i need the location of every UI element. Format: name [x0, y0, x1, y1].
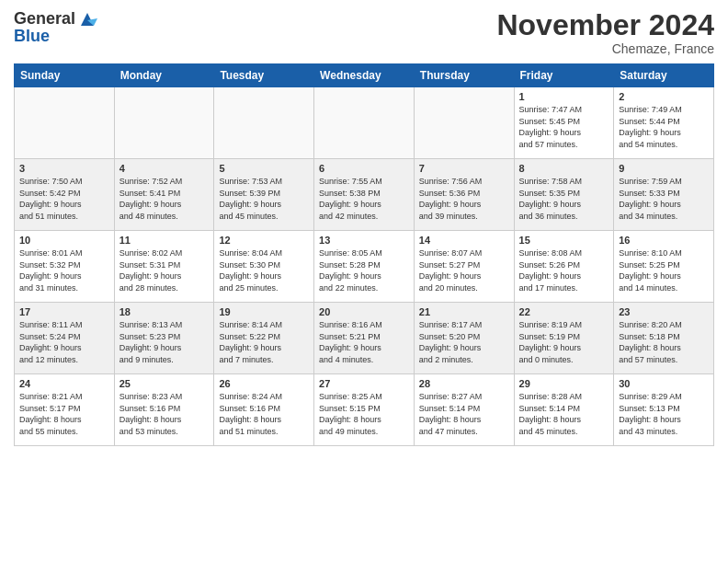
day-number: 20 [319, 306, 409, 317]
day-info: Sunrise: 8:24 AM Sunset: 5:16 PM Dayligh… [219, 391, 309, 437]
day-info: Sunrise: 8:17 AM Sunset: 5:20 PM Dayligh… [419, 319, 509, 365]
calendar-header-row: Sunday Monday Tuesday Wednesday Thursday… [15, 64, 714, 87]
day-number: 23 [619, 306, 709, 317]
location: Chemaze, France [496, 41, 714, 56]
col-friday: Friday [514, 64, 614, 87]
calendar-cell: 6Sunrise: 7:55 AM Sunset: 5:38 PM Daylig… [314, 159, 415, 231]
day-number: 13 [319, 235, 409, 246]
day-info: Sunrise: 7:49 AM Sunset: 5:44 PM Dayligh… [619, 104, 709, 150]
day-info: Sunrise: 8:27 AM Sunset: 5:14 PM Dayligh… [419, 391, 509, 437]
day-info: Sunrise: 8:10 AM Sunset: 5:25 PM Dayligh… [619, 247, 709, 293]
day-number: 8 [519, 163, 609, 174]
calendar-cell: 26Sunrise: 8:24 AM Sunset: 5:16 PM Dayli… [214, 374, 314, 446]
day-number: 6 [319, 163, 409, 174]
calendar-cell: 24Sunrise: 8:21 AM Sunset: 5:17 PM Dayli… [15, 374, 115, 446]
week-row-1: 1Sunrise: 7:47 AM Sunset: 5:45 PM Daylig… [15, 87, 714, 159]
col-sunday: Sunday [15, 64, 115, 87]
calendar-cell [414, 87, 514, 159]
day-info: Sunrise: 8:20 AM Sunset: 5:18 PM Dayligh… [619, 319, 709, 365]
calendar-cell: 30Sunrise: 8:29 AM Sunset: 5:13 PM Dayli… [614, 374, 714, 446]
day-number: 10 [19, 235, 109, 246]
day-info: Sunrise: 7:55 AM Sunset: 5:38 PM Dayligh… [319, 176, 409, 222]
day-number: 14 [419, 235, 509, 246]
day-number: 17 [19, 306, 109, 317]
day-number: 26 [219, 378, 309, 389]
col-thursday: Thursday [414, 64, 514, 87]
calendar-cell: 12Sunrise: 8:04 AM Sunset: 5:30 PM Dayli… [214, 231, 314, 303]
calendar-cell: 15Sunrise: 8:08 AM Sunset: 5:26 PM Dayli… [514, 231, 614, 303]
calendar-cell: 8Sunrise: 7:58 AM Sunset: 5:35 PM Daylig… [514, 159, 614, 231]
calendar-cell: 13Sunrise: 8:05 AM Sunset: 5:28 PM Dayli… [314, 231, 415, 303]
calendar-cell: 5Sunrise: 7:53 AM Sunset: 5:39 PM Daylig… [214, 159, 314, 231]
day-number: 3 [19, 163, 109, 174]
day-info: Sunrise: 8:08 AM Sunset: 5:26 PM Dayligh… [519, 247, 609, 293]
day-info: Sunrise: 8:02 AM Sunset: 5:31 PM Dayligh… [119, 247, 210, 293]
week-row-2: 3Sunrise: 7:50 AM Sunset: 5:42 PM Daylig… [15, 159, 714, 231]
day-info: Sunrise: 8:13 AM Sunset: 5:23 PM Dayligh… [119, 319, 210, 365]
day-number: 5 [219, 163, 309, 174]
col-monday: Monday [114, 64, 214, 87]
calendar-cell: 4Sunrise: 7:52 AM Sunset: 5:41 PM Daylig… [114, 159, 214, 231]
day-info: Sunrise: 7:59 AM Sunset: 5:33 PM Dayligh… [619, 176, 709, 222]
col-saturday: Saturday [614, 64, 714, 87]
logo-icon [77, 9, 97, 29]
day-info: Sunrise: 8:04 AM Sunset: 5:30 PM Dayligh… [219, 247, 309, 293]
day-info: Sunrise: 7:56 AM Sunset: 5:36 PM Dayligh… [419, 176, 509, 222]
day-info: Sunrise: 8:19 AM Sunset: 5:19 PM Dayligh… [519, 319, 609, 365]
day-number: 21 [419, 306, 509, 317]
calendar-cell: 25Sunrise: 8:23 AM Sunset: 5:16 PM Dayli… [114, 374, 214, 446]
calendar-cell: 18Sunrise: 8:13 AM Sunset: 5:23 PM Dayli… [114, 303, 214, 374]
calendar-cell: 10Sunrise: 8:01 AM Sunset: 5:32 PM Dayli… [15, 231, 115, 303]
calendar-cell: 1Sunrise: 7:47 AM Sunset: 5:45 PM Daylig… [514, 87, 614, 159]
calendar-cell [114, 87, 214, 159]
calendar-cell: 20Sunrise: 8:16 AM Sunset: 5:21 PM Dayli… [314, 303, 415, 374]
col-wednesday: Wednesday [314, 64, 415, 87]
calendar: Sunday Monday Tuesday Wednesday Thursday… [14, 63, 714, 446]
day-info: Sunrise: 8:07 AM Sunset: 5:27 PM Dayligh… [419, 247, 509, 293]
calendar-cell: 27Sunrise: 8:25 AM Sunset: 5:15 PM Dayli… [314, 374, 415, 446]
day-info: Sunrise: 8:23 AM Sunset: 5:16 PM Dayligh… [119, 391, 210, 437]
day-number: 4 [119, 163, 210, 174]
day-number: 9 [619, 163, 709, 174]
day-info: Sunrise: 8:05 AM Sunset: 5:28 PM Dayligh… [319, 247, 409, 293]
day-info: Sunrise: 8:28 AM Sunset: 5:14 PM Dayligh… [519, 391, 609, 437]
day-number: 12 [219, 235, 309, 246]
calendar-cell: 28Sunrise: 8:27 AM Sunset: 5:14 PM Dayli… [414, 374, 514, 446]
day-info: Sunrise: 8:14 AM Sunset: 5:22 PM Dayligh… [219, 319, 309, 365]
calendar-cell: 2Sunrise: 7:49 AM Sunset: 5:44 PM Daylig… [614, 87, 714, 159]
calendar-cell: 23Sunrise: 8:20 AM Sunset: 5:18 PM Dayli… [614, 303, 714, 374]
calendar-cell: 7Sunrise: 7:56 AM Sunset: 5:36 PM Daylig… [414, 159, 514, 231]
day-number: 27 [319, 378, 409, 389]
day-number: 29 [519, 378, 609, 389]
calendar-cell [214, 87, 314, 159]
logo-blue: Blue [14, 28, 97, 46]
calendar-cell: 11Sunrise: 8:02 AM Sunset: 5:31 PM Dayli… [114, 231, 214, 303]
day-info: Sunrise: 7:58 AM Sunset: 5:35 PM Dayligh… [519, 176, 609, 222]
calendar-cell: 16Sunrise: 8:10 AM Sunset: 5:25 PM Dayli… [614, 231, 714, 303]
calendar-cell: 9Sunrise: 7:59 AM Sunset: 5:33 PM Daylig… [614, 159, 714, 231]
calendar-cell: 19Sunrise: 8:14 AM Sunset: 5:22 PM Dayli… [214, 303, 314, 374]
col-tuesday: Tuesday [214, 64, 314, 87]
day-info: Sunrise: 8:11 AM Sunset: 5:24 PM Dayligh… [19, 319, 109, 365]
day-number: 18 [119, 306, 210, 317]
day-info: Sunrise: 7:53 AM Sunset: 5:39 PM Dayligh… [219, 176, 309, 222]
day-number: 24 [19, 378, 109, 389]
calendar-cell: 3Sunrise: 7:50 AM Sunset: 5:42 PM Daylig… [15, 159, 115, 231]
calendar-cell [314, 87, 415, 159]
calendar-cell: 14Sunrise: 8:07 AM Sunset: 5:27 PM Dayli… [414, 231, 514, 303]
day-info: Sunrise: 7:47 AM Sunset: 5:45 PM Dayligh… [519, 104, 609, 150]
calendar-cell: 21Sunrise: 8:17 AM Sunset: 5:20 PM Dayli… [414, 303, 514, 374]
week-row-4: 17Sunrise: 8:11 AM Sunset: 5:24 PM Dayli… [15, 303, 714, 374]
day-number: 11 [119, 235, 210, 246]
day-number: 30 [619, 378, 709, 389]
day-number: 1 [519, 91, 609, 102]
day-number: 15 [519, 235, 609, 246]
day-info: Sunrise: 7:52 AM Sunset: 5:41 PM Dayligh… [119, 176, 210, 222]
day-number: 2 [619, 91, 709, 102]
day-number: 28 [419, 378, 509, 389]
day-number: 16 [619, 235, 709, 246]
logo-general: General [14, 10, 75, 29]
day-number: 25 [119, 378, 210, 389]
page-header: General Blue November 2024 Chemaze, Fran… [14, 9, 714, 56]
day-info: Sunrise: 8:16 AM Sunset: 5:21 PM Dayligh… [319, 319, 409, 365]
